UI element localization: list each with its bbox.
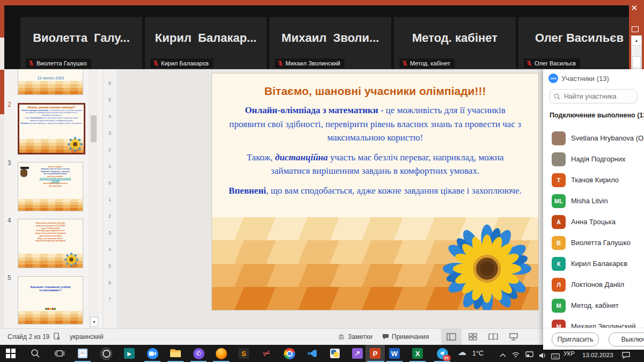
powerpoint-icon: P — [370, 348, 380, 359]
taskbar-sublime-button[interactable]: S — [238, 348, 250, 359]
participant-search-box[interactable] — [550, 89, 638, 104]
participant-row[interactable]: Т Ткачов Кирило — [543, 169, 644, 190]
taskbar-firefox-button[interactable] — [215, 348, 227, 359]
invite-button[interactable]: Пригласить — [552, 333, 599, 346]
system-date[interactable]: 13.02.2023 — [582, 352, 613, 358]
video-tile[interactable]: Виолетта Галу... Виолетта Галушко — [20, 17, 142, 69]
scrollbar-thumb[interactable] — [632, 56, 641, 70]
scroll-up-button[interactable]: ▲ — [632, 36, 641, 46]
volume-indicator[interactable] — [537, 350, 548, 361]
taskbar-obs-button[interactable] — [100, 348, 112, 359]
normal-view-button[interactable] — [441, 329, 462, 345]
window-restore-button[interactable] — [632, 26, 639, 32]
taskbar-scissors-button[interactable]: ✂ — [261, 348, 273, 359]
participant-avatar: Т — [552, 173, 566, 187]
ruler-number: 3 — [103, 130, 116, 136]
notes-button[interactable]: Заметки — [348, 333, 372, 341]
obs-icon — [100, 348, 112, 360]
thumbnail-scroll-down-button[interactable]: ▼ — [90, 317, 98, 327]
thumbnail-slide-4[interactable]: Запрошуємо учасників олімпіади долучитис… — [18, 219, 83, 268]
thumb1-pattern — [18, 81, 83, 94]
python-icon — [330, 349, 340, 358]
search-input[interactable] — [563, 92, 630, 101]
thumbnail-scrollbar-thumb[interactable] — [91, 115, 97, 142]
start-button[interactable] — [5, 348, 17, 359]
firefox-icon — [216, 348, 227, 359]
taskbar-excel-button[interactable]: X — [412, 348, 423, 359]
tray-expand-button[interactable] — [497, 349, 509, 361]
comments-button[interactable]: Примечания — [392, 333, 429, 341]
slide-sorter-view-button[interactable] — [463, 329, 483, 345]
video-tile[interactable]: Кирил Балакар... Кирил Балакарєв — [145, 17, 267, 69]
display-indicator[interactable] — [523, 349, 535, 360]
participant-row[interactable]: М Михаил Зволинский — [543, 316, 644, 328]
taskbar-python-button[interactable] — [329, 348, 341, 359]
taskbar-notepad-button[interactable] — [77, 348, 89, 359]
taskbar-viber-button[interactable]: ✆ — [193, 348, 204, 359]
participant-row[interactable]: К Кирил Балакарєв — [543, 253, 644, 274]
keyboard-language[interactable]: УКР — [564, 350, 575, 357]
participant-row[interactable]: В Виолетта Галушко — [543, 232, 644, 253]
window-close-button[interactable]: ✕ — [628, 2, 641, 14]
taskbar-vsdc-button[interactable]: ▶ — [123, 348, 135, 359]
accessibility-icon[interactable] — [54, 333, 60, 342]
participant-row[interactable]: Надія Подгорних — [543, 149, 644, 169]
video-tile[interactable]: Метод. кабінет Метод. кабінет — [394, 17, 516, 69]
thumbnail-slide-5[interactable]: Бажаємо учасникам успіхів та натхнення!!… — [18, 276, 83, 324]
participant-name: Кирил Балакарєв — [571, 260, 627, 268]
participant-row[interactable]: М Метод. кабінет — [543, 295, 644, 316]
slideshow-view-button[interactable] — [503, 329, 524, 345]
thumb2-title: Вітаємо, шановні учасники олімпіади!!! — [20, 106, 83, 109]
participant-row[interactable]: ML Misha Litvin — [543, 190, 644, 211]
participant-row[interactable]: Svetlana Hrybanova (Орг — [543, 128, 644, 149]
taskbar-powerpoint-icon[interactable]: P — [369, 348, 381, 359]
video-tile-label: Виолетта Галушко — [26, 58, 91, 68]
taskbar-zoom-button[interactable] — [147, 348, 158, 359]
participant-avatar: ML — [552, 194, 566, 208]
taskbar-telegram-button[interactable]: 51 — [436, 348, 448, 359]
participant-row[interactable]: А Анна Троцька — [543, 211, 644, 232]
participant-avatar: В — [552, 236, 566, 250]
participant-name: Локтіонов Данііл — [571, 280, 624, 289]
ruler-number: 2 — [103, 213, 116, 219]
weather-cloud-icon[interactable]: ☁ — [458, 347, 466, 357]
reading-view-button[interactable] — [483, 329, 503, 345]
thumb3-pattern — [18, 199, 83, 211]
thumb4-text: Запрошуємо учасників олімпіади долучитис… — [18, 222, 83, 242]
zoom-video-strip: Виолетта Галу... Виолетта Галушко Кирил … — [4, 5, 629, 69]
taskbar-explorer-button[interactable] — [170, 348, 181, 359]
taskbar-vscode-button[interactable] — [306, 348, 318, 359]
mute-all-button[interactable]: Выключить — [609, 333, 644, 346]
scissors-icon: ✂ — [261, 347, 273, 360]
vsdc-icon: ▶ — [124, 348, 135, 359]
taskbar-search-button[interactable] — [30, 348, 41, 359]
participants-title: Участники (13) — [561, 75, 609, 83]
taskbar-purple-app-button[interactable] — [352, 348, 363, 359]
taskbar-chrome-button[interactable] — [283, 348, 295, 359]
ruler-number: 6 — [103, 80, 116, 86]
main-vertical-scrollbar[interactable]: ▲ — [631, 35, 642, 71]
video-tile[interactable]: Олег Васильєв Олег Васильєв — [518, 17, 629, 69]
thumbnail-scrollbar[interactable]: ▼ — [89, 69, 98, 328]
thumb2-sunflower-image — [68, 137, 83, 152]
thumbnail-slide-3[interactable]: в якості завдань: Завдання 1 містить шіс… — [18, 162, 83, 211]
language-indicator[interactable]: украинский — [70, 333, 104, 341]
taskbar-word-button[interactable]: W — [389, 348, 400, 359]
participant-row[interactable]: Л Локтіонов Данііл — [543, 274, 644, 295]
slide-canvas[interactable]: Вітаємо, шановні учасники олімпіади!!! О… — [212, 73, 538, 310]
touch-keyboard-button[interactable] — [550, 350, 561, 362]
action-center-button[interactable] — [620, 349, 632, 361]
display-icon — [525, 351, 533, 358]
task-view-button[interactable] — [54, 348, 65, 359]
video-tile[interactable]: Михаил Зволи... Михаил Зволинский — [269, 17, 391, 69]
ruler-number: 2 — [103, 147, 116, 152]
wifi-indicator[interactable] — [510, 349, 522, 360]
slide-counter: Слайд 2 из 19 — [8, 333, 49, 341]
thumb1-date: 13 лютого 2023 — [18, 76, 83, 80]
weather-temperature[interactable]: 1°C — [472, 350, 484, 357]
powerpoint-window-edge — [0, 0, 4, 328]
thumb3-text: в якості завдань: Завдання 1 містить шіс… — [30, 166, 80, 187]
task-view-icon — [55, 349, 64, 358]
thumbnail-slide-2-selected[interactable]: Вітаємо, шановні учасники олімпіади!!! О… — [18, 103, 85, 154]
slide-body: Онлайн-олімпіада з математики - це можли… — [212, 104, 538, 197]
